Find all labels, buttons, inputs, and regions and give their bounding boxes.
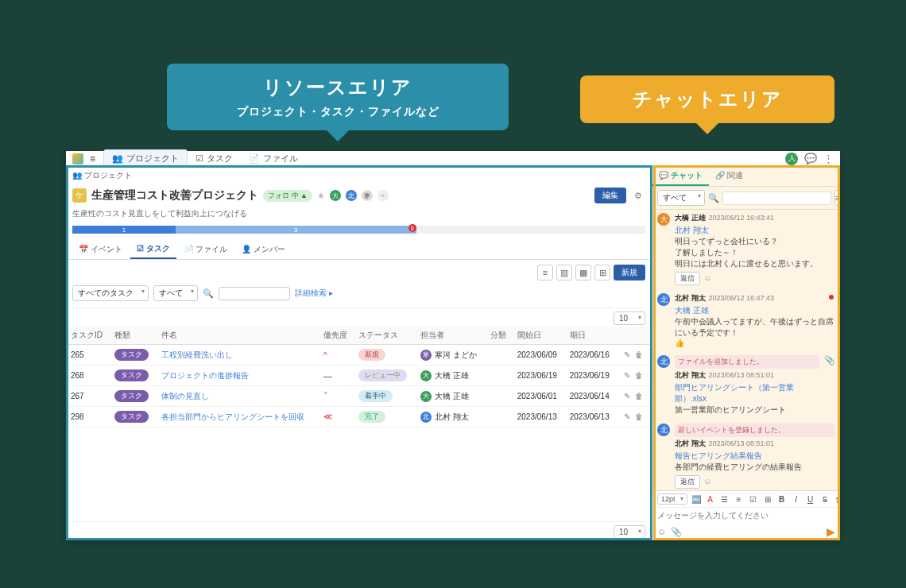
chat-tab-related[interactable]: 🔗 関連 xyxy=(709,167,749,186)
list-ol-icon[interactable]: ≡ xyxy=(734,495,745,504)
checklist-icon[interactable]: ☑ xyxy=(748,495,759,504)
nav-tab-task[interactable]: ☑タスク xyxy=(188,150,241,167)
color-icon[interactable]: A xyxy=(705,495,716,504)
user-avatar[interactable]: 人 xyxy=(785,153,798,165)
member-avatar[interactable]: 大 xyxy=(330,190,341,201)
table-row[interactable]: 268タスクプロジェクトの進捗報告—レビュー中大大橋 正雄2023/06/192… xyxy=(66,366,652,386)
file-added-banner: ファイルを追加しました。 xyxy=(675,355,819,369)
underline-icon[interactable]: U xyxy=(805,495,816,504)
topbar: ≡ 👥プロジェクト ☑タスク 📄ファイル 人 💬 ⋮ xyxy=(66,151,840,167)
delete-icon[interactable]: 🗑 xyxy=(633,350,645,359)
view-board-icon[interactable]: ▥ xyxy=(556,265,572,280)
task-name-link[interactable]: 各担当部門からヒアリングシートを回収 xyxy=(161,412,304,421)
filter-tasks-select[interactable]: すべてのタスク xyxy=(72,285,149,301)
unread-dot xyxy=(829,295,834,300)
edit-icon[interactable]: ✎ xyxy=(622,350,632,359)
breadcrumb[interactable]: 👥 プロジェクト xyxy=(66,167,652,184)
quote-link[interactable]: 大橋 正雄 xyxy=(675,305,835,316)
msg-avatar: 北 xyxy=(657,293,670,306)
view-calendar-icon[interactable]: ▦ xyxy=(575,265,591,280)
tab-event[interactable]: 📅 イベント xyxy=(72,240,129,259)
edit-icon[interactable]: ✎ xyxy=(622,371,632,380)
filter-toolbar: ≡ ▥ ▦ ⊞ 新規 xyxy=(66,260,652,285)
progress-badge: 0 xyxy=(408,224,416,232)
trash-icon[interactable]: 🗑 xyxy=(834,495,840,504)
strike-icon[interactable]: S̶ xyxy=(819,495,830,504)
font-size-select[interactable]: 12pt xyxy=(657,493,687,505)
star-icon[interactable]: ★ xyxy=(317,191,325,201)
composer: 12pt 🔤 A ☰ ≡ ☑ ⊞ B I U S̶ 🗑 ☺ 📎 xyxy=(652,490,840,540)
page-size-select[interactable]: 10 xyxy=(614,525,645,539)
chat-menu-icon[interactable]: ≡ xyxy=(834,190,840,206)
page-size-select[interactable]: 10 xyxy=(614,311,645,325)
hamburger-icon[interactable]: ≡ xyxy=(90,153,95,164)
more-icon[interactable]: ⋮ xyxy=(823,153,834,164)
nav-tab-project[interactable]: 👥プロジェクト xyxy=(103,149,188,168)
filter-row: すべてのタスク すべて 🔍 詳細検索 ▸ xyxy=(66,285,652,306)
view-gantt-icon[interactable]: ⊞ xyxy=(594,265,610,280)
quote-link[interactable]: 北村 翔太 xyxy=(675,225,835,236)
attach-icon[interactable]: 📎 xyxy=(671,527,682,537)
reply-button[interactable]: 返信 xyxy=(675,475,700,489)
advanced-search-link[interactable]: 詳細検索 ▸ xyxy=(295,288,333,299)
task-name-link[interactable]: プロジェクトの進捗報告 xyxy=(161,371,249,380)
col-header[interactable]: 担当者 xyxy=(416,327,486,345)
col-header[interactable]: タスクID xyxy=(66,327,110,345)
col-header[interactable]: ステータス xyxy=(354,327,416,345)
new-task-button[interactable]: 新規 xyxy=(614,265,645,280)
edit-button[interactable]: 編集 xyxy=(594,188,626,203)
follow-pill[interactable]: フォロ 中 ▲ xyxy=(263,190,312,202)
delete-icon[interactable]: 🗑 xyxy=(633,392,645,400)
col-header[interactable]: 種類 xyxy=(110,327,156,345)
table-row[interactable]: 265タスク工程別経費洗い出し^新規寒寒河 まどか2023/06/092023/… xyxy=(66,345,652,366)
col-header[interactable]: 期日 xyxy=(565,327,618,345)
col-header[interactable]: 開始日 xyxy=(513,327,565,345)
font-icon[interactable]: 🔤 xyxy=(691,495,702,504)
file-link[interactable]: 部門ヒアリングシート（第一営業部）.xlsx xyxy=(675,382,819,404)
react-icon[interactable]: ☺ xyxy=(703,273,711,282)
edit-icon[interactable]: ✎ xyxy=(622,412,632,421)
task-name-link[interactable]: 体制の見直し xyxy=(161,392,209,400)
chat-pane: 💬 チャット 🔗 関連 すべて 🔍 ≡ ↓ 大大橋 正雄2023/06/12 1… xyxy=(652,167,840,540)
bold-icon[interactable]: B xyxy=(776,495,788,504)
col-header[interactable]: 分類 xyxy=(486,327,513,345)
col-header[interactable] xyxy=(618,327,652,345)
tab-file[interactable]: 📄 ファイル xyxy=(178,240,234,259)
chat-filter-select[interactable]: すべて xyxy=(657,190,705,206)
reply-button[interactable]: 返信 xyxy=(675,272,700,285)
gear-icon[interactable]: ⚙ xyxy=(631,191,645,201)
send-button[interactable]: ▶ xyxy=(827,525,835,538)
table-row[interactable]: 267タスク体制の見直し˅着手中大大橋 正雄2023/06/012023/06/… xyxy=(66,386,652,407)
tab-task[interactable]: ☑ タスク xyxy=(130,240,176,259)
task-search-input[interactable] xyxy=(219,287,290,300)
chat-toggle-icon[interactable]: 💬 xyxy=(804,153,817,164)
member-add-icon[interactable]: + xyxy=(378,190,389,201)
col-header[interactable]: 件名 xyxy=(157,327,319,345)
delete-icon[interactable]: 🗑 xyxy=(633,412,645,421)
member-avatar[interactable]: 寒 xyxy=(362,190,373,201)
pager-top: 10 xyxy=(66,310,652,327)
msg-avatar: 大 xyxy=(657,213,670,226)
chat-tab-chat[interactable]: 💬 チャット xyxy=(652,167,709,186)
delete-icon[interactable]: 🗑 xyxy=(633,371,645,380)
list-ul-icon[interactable]: ☰ xyxy=(719,495,730,504)
resource-pane: 👥 プロジェクト ケ 生産管理コスト改善プロジェクト フォロ 中 ▲ ★ 大 北… xyxy=(66,167,652,540)
attachment-icon[interactable]: 📎 xyxy=(824,355,835,416)
nav-tab-file[interactable]: 📄ファイル xyxy=(241,150,306,167)
task-name-link[interactable]: 工程別経費洗い出し xyxy=(161,350,233,359)
italic-icon[interactable]: I xyxy=(791,495,802,504)
event-link[interactable]: 報告ヒアリング結果報告 xyxy=(675,451,835,462)
emoji-icon[interactable]: ☺ xyxy=(657,527,666,536)
table-row[interactable]: 298タスク各担当部門からヒアリングシートを回収≪完了北北村 翔太2023/06… xyxy=(66,407,652,427)
filter-all-select[interactable]: すべて xyxy=(153,285,198,301)
view-list-icon[interactable]: ≡ xyxy=(537,265,553,280)
chat-search-input[interactable] xyxy=(722,191,831,205)
edit-icon[interactable]: ✎ xyxy=(622,392,632,400)
table-icon[interactable]: ⊞ xyxy=(762,495,773,504)
tab-member[interactable]: 👤 メンバー xyxy=(235,240,292,259)
message-input[interactable] xyxy=(652,508,840,523)
col-header[interactable]: 優先度 xyxy=(319,327,354,345)
member-avatar[interactable]: 北 xyxy=(346,190,357,201)
chat-toolbar: すべて 🔍 ≡ ↓ xyxy=(652,187,840,210)
react-icon[interactable]: ☺ xyxy=(703,477,711,485)
